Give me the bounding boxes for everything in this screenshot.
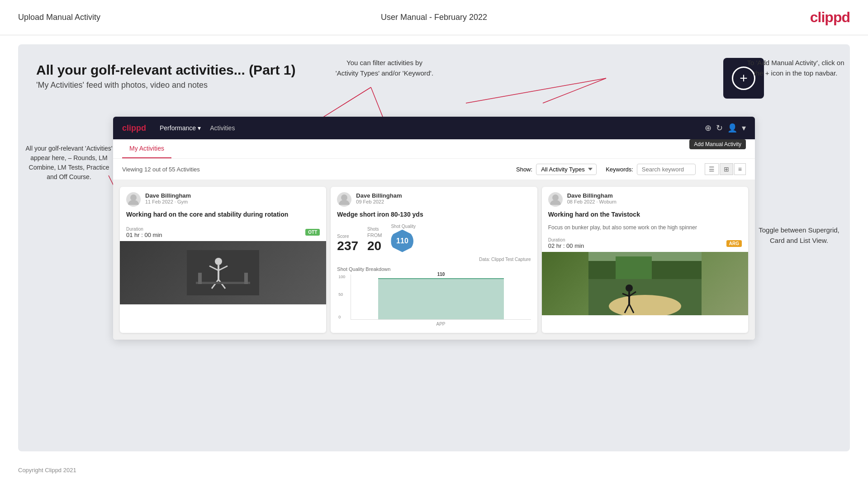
nav-items: Performance ▾ Activities [160, 124, 235, 132]
upload-text: Upload Manual Activity [18, 13, 100, 22]
grid-view-button[interactable]: ⊞ [720, 163, 733, 175]
cards-grid: Dave Billingham 11 Feb 2022 · Gym Workin… [113, 180, 755, 340]
nav-performance-label: Performance [160, 124, 196, 132]
copyright-text: Copyright Clippd 2021 [18, 467, 76, 474]
svg-point-18 [552, 194, 559, 201]
view-toggles: ☰ ⊞ ≡ [705, 163, 746, 175]
card-user-name-wedge: Dave Billingham [356, 192, 531, 199]
chart-label: Shot Quality Breakdown [337, 266, 531, 272]
top-bar: Upload Manual Activity User Manual - Feb… [0, 0, 868, 35]
score-stat: Score 237 [337, 234, 358, 252]
upload-label: Upload Manual Activity [18, 13, 295, 22]
keywords-label: Keywords: [606, 166, 633, 173]
clippd-logo: clippd [810, 9, 850, 26]
shot-quality-stat: Shot Quality 110 [391, 224, 415, 252]
card-duration-tavistock: Duration 02 hr : 00 min ARG [542, 235, 748, 252]
activities-annotation: All your golf-relevant 'Activities' appe… [25, 144, 113, 182]
gym-image [120, 241, 326, 304]
nav-performance[interactable]: Performance ▾ [160, 124, 201, 132]
card-user-meta-wedge: 09 Feb 2022 [356, 199, 531, 204]
add-tooltip: Add Manual Activity [689, 139, 746, 149]
svg-rect-16 [244, 273, 248, 284]
card-title-tavistock: Working hard on the Tavistock [542, 210, 748, 224]
nav-add-icon[interactable]: ⊕ [705, 123, 711, 133]
nav-activities-label: Activities [210, 124, 235, 132]
nav-performance-chevron: ▾ [198, 124, 201, 132]
card-title-wedge: Wedge short iron 80-130 yds [331, 210, 537, 224]
card-title-gym: Working hard on the core and stability d… [120, 210, 326, 224]
nav-right: ⊕ ↻ 👤 ▾ [705, 123, 746, 133]
footer: Copyright Clippd 2021 [0, 460, 868, 480]
chart-area: 100 50 0 110 [351, 275, 531, 320]
duration-value-gym: 01 hr : 00 min [126, 232, 162, 238]
filter-annotation: You can filter activities by 'Activity T… [335, 58, 434, 78]
duration-label-tavistock: Duration [548, 237, 584, 242]
activity-card-gym: Dave Billingham 11 Feb 2022 · Gym Workin… [120, 187, 326, 333]
main-subtitle-text: 'My Activities' feed with photos, video … [36, 81, 208, 90]
nav-refresh-icon[interactable]: ↻ [716, 123, 723, 133]
filter-count: Viewing 12 out of 55 Activities [122, 166, 512, 173]
duration-label-gym: Duration [126, 227, 162, 232]
card-duration-gym: Duration 01 hr : 00 min OTT [120, 224, 326, 241]
toggle-annotation: Toggle between Supergrid, Card and List … [755, 225, 843, 246]
shot-quality-label: Shot Quality [391, 224, 415, 229]
tab-my-activities[interactable]: My Activities [122, 139, 171, 158]
card-user-info-gym: Dave Billingham 11 Feb 2022 · Gym [145, 192, 320, 204]
card-user-name-tavistock: Dave Billingham [567, 192, 742, 199]
activities-annotation-text: All your golf-relevant 'Activities' appe… [25, 145, 112, 180]
card-description-tavistock: Focus on bunker play, but also some work… [542, 224, 748, 235]
card-avatar-gym [126, 192, 141, 207]
main-content: All your golf-relevant activities... (Pa… [18, 44, 850, 451]
nav-chevron-icon[interactable]: ▾ [742, 123, 746, 133]
shots-value: 20 [367, 240, 382, 252]
tab-my-activities-label: My Activities [129, 145, 164, 152]
score-label: Score [337, 234, 358, 239]
add-annotation-text: To 'Add Manual Activity', click on the +… [747, 59, 844, 77]
shot-quality-badge: 110 [391, 230, 413, 252]
svg-point-8 [215, 258, 222, 265]
score-value: 237 [337, 240, 358, 252]
svg-point-17 [341, 194, 347, 201]
duration-value-tavistock: 02 hr : 00 min [548, 242, 584, 249]
svg-rect-7 [187, 250, 259, 295]
shots-from: FROM [367, 232, 382, 238]
svg-point-24 [626, 284, 633, 292]
ott-tag: OTT [305, 229, 320, 236]
nav-activities[interactable]: Activities [210, 124, 235, 132]
activity-card-wedge: Dave Billingham 09 Feb 2022 Wedge short … [331, 187, 537, 333]
chart-x-label: APP [351, 322, 531, 327]
card-user-name-gym: Dave Billingham [145, 192, 320, 199]
main-subtitle: 'My Activities' feed with photos, video … [36, 81, 832, 90]
card-stats: Score 237 Shots FROM 20 Shot Quality 110 [331, 224, 537, 256]
keywords-section: Keywords: [606, 164, 696, 175]
svg-point-6 [130, 194, 137, 201]
app-logo: clippd [122, 123, 146, 133]
manual-text: User Manual - February 2022 [381, 13, 487, 22]
activity-type-select[interactable]: All Activity Types [536, 164, 597, 175]
data-source: Data: Clippd Test Capture [331, 256, 537, 263]
card-user-info-tavistock: Dave Billingham 08 Feb 2022 · Woburn [567, 192, 742, 204]
chart-container: Shot Quality Breakdown 100 50 0 110 [331, 263, 537, 333]
nav-user-icon[interactable]: 👤 [727, 123, 737, 133]
keyword-input[interactable] [637, 164, 696, 175]
card-header-wedge: Dave Billingham 09 Feb 2022 [331, 187, 537, 210]
compact-view-button[interactable]: ≡ [734, 163, 746, 175]
card-header-tavistock: Dave Billingham 08 Feb 2022 · Woburn [542, 187, 748, 210]
bunker-image [542, 252, 748, 315]
svg-rect-14 [196, 282, 250, 284]
app-window: clippd Performance ▾ Activities ⊕ ↻ 👤 ▾ … [113, 117, 755, 340]
card-header-gym: Dave Billingham 11 Feb 2022 · Gym [120, 187, 326, 210]
app-navbar: clippd Performance ▾ Activities ⊕ ↻ 👤 ▾ … [113, 117, 755, 139]
svg-rect-22 [616, 256, 652, 279]
filter-viewing-text: Viewing 12 out of 55 Activities [122, 166, 200, 173]
logo-container: clippd [573, 9, 850, 26]
bar-label: 110 [437, 272, 445, 277]
filter-bar: Viewing 12 out of 55 Activities Show: Al… [113, 159, 755, 180]
card-avatar-wedge [337, 192, 351, 207]
card-user-meta-tavistock: 08 Feb 2022 · Woburn [567, 199, 742, 204]
toggle-annotation-text: Toggle between Supergrid, Card and List … [759, 226, 839, 244]
add-annotation: To 'Add Manual Activity', click on the +… [746, 58, 845, 78]
svg-rect-15 [198, 273, 202, 284]
activity-card-tavistock: Dave Billingham 08 Feb 2022 · Woburn Wor… [542, 187, 748, 333]
list-view-button[interactable]: ☰ [705, 163, 719, 175]
